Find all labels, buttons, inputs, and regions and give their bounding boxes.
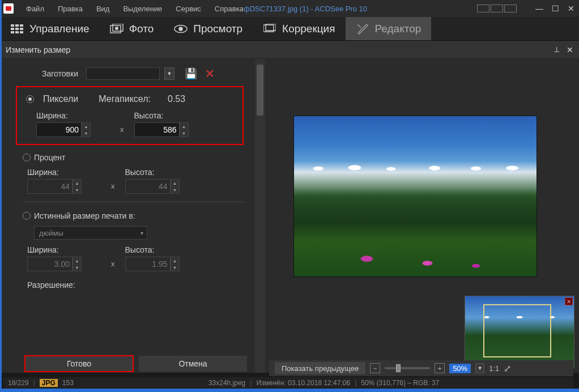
print-height-input xyxy=(125,257,171,271)
presets-dropdown-arrow[interactable]: ▼ xyxy=(164,67,174,80)
print-width-input xyxy=(27,257,73,271)
maximize-button[interactable]: ☐ xyxy=(551,5,560,12)
tab-label: Фото xyxy=(129,23,154,35)
svg-rect-6 xyxy=(11,31,14,33)
radio-percent[interactable] xyxy=(23,154,31,161)
cancel-button[interactable]: Отмена xyxy=(139,356,247,372)
tab-label: Коррекция xyxy=(282,23,335,35)
print-label: Истинный размер печати в: xyxy=(34,211,135,220)
resolution-label: Разрешение: xyxy=(27,280,244,289)
delete-preset-icon[interactable]: ✕ xyxy=(205,67,215,80)
close-panel-icon[interactable]: ✕ xyxy=(567,45,573,54)
print-height-spinner: ▲▼ xyxy=(171,257,180,271)
navigator-close-icon[interactable]: ✕ xyxy=(565,297,573,305)
panel-scrollbar[interactable] xyxy=(255,59,265,373)
zoom-percent[interactable]: 50% xyxy=(449,364,471,373)
print-unit-combo: дюймы xyxy=(34,226,147,240)
svg-point-13 xyxy=(179,27,183,31)
status-bar: 18/229 | JPG 153 33x24h.jpeg | Изменён: … xyxy=(3,377,573,389)
status-size: 153 xyxy=(62,379,74,387)
status-changed: Изменён: 03.10.2018 12:47:06 xyxy=(256,379,350,387)
megapixel-label: Мегапиксел: xyxy=(99,94,151,104)
tab-edit[interactable]: Редактор xyxy=(346,17,432,40)
status-counter: 18/229 xyxy=(8,379,29,387)
zoom-in-button[interactable]: + xyxy=(435,363,445,373)
menu-select[interactable]: Выделение xyxy=(116,5,169,13)
preview-image[interactable] xyxy=(293,116,537,277)
status-format: JPG xyxy=(40,379,58,387)
svg-rect-3 xyxy=(11,28,14,30)
pixels-label: Пиксели xyxy=(43,94,78,104)
print-height-label: Высота: xyxy=(125,245,199,254)
done-button[interactable]: Готово xyxy=(25,356,133,372)
radio-pixels[interactable] xyxy=(26,95,34,103)
zoom-out-button[interactable]: − xyxy=(370,363,380,373)
width-spinner[interactable]: ▲▼ xyxy=(82,122,91,137)
height-spinner[interactable]: ▲▼ xyxy=(180,122,189,137)
pin-icon[interactable]: ⊥ xyxy=(554,45,560,54)
print-width-label: Ширина: xyxy=(27,245,101,254)
percent-label: Процент xyxy=(34,153,65,162)
status-dims: 33x24h.jpeg xyxy=(208,379,245,387)
svg-rect-5 xyxy=(20,28,23,30)
svg-rect-2 xyxy=(20,24,23,27)
svg-rect-7 xyxy=(15,31,19,33)
menu-edit[interactable]: Правка xyxy=(51,5,90,13)
zoom-dropdown[interactable]: ▼ xyxy=(475,363,484,373)
brush-icon xyxy=(356,23,369,35)
pixels-height-input[interactable] xyxy=(134,122,180,137)
panel-header: Изменить размер ⊥ ✕ xyxy=(0,41,579,59)
show-previous-button[interactable]: Показать предыдущее xyxy=(275,362,365,374)
window-title: фDSC71337.jpg (1) - ACDSee Pro 10 xyxy=(244,5,367,13)
tab-view[interactable]: Просмотр xyxy=(164,17,253,40)
close-button[interactable]: ✕ xyxy=(567,5,576,12)
zoom-toolbar: Показать предыдущее − + 50% ▼ 1:1 ⤢ xyxy=(269,360,573,376)
svg-rect-0 xyxy=(11,24,14,27)
svg-point-11 xyxy=(115,27,118,30)
pixels-section-highlight: Пиксели Мегапиксел: 0.53 Ширина: ▲▼ x Вы xyxy=(16,86,244,145)
svg-rect-8 xyxy=(20,31,23,33)
grid-icon xyxy=(10,23,24,35)
minimize-button[interactable]: — xyxy=(535,5,544,12)
sliders-icon xyxy=(263,23,276,35)
pct-height-spinner: ▲▼ xyxy=(171,179,180,194)
pixels-width-input[interactable] xyxy=(36,122,82,137)
percent-height-input xyxy=(125,179,171,194)
photo-icon xyxy=(110,23,124,35)
titlebar: Файл Правка Вид Выделение Сервис Справка… xyxy=(0,0,579,17)
tab-develop[interactable]: Коррекция xyxy=(253,17,345,40)
layout-buttons[interactable] xyxy=(477,5,517,12)
menu-file[interactable]: Файл xyxy=(19,5,51,13)
fit-screen-icon[interactable]: ⤢ xyxy=(504,363,511,374)
tab-manage[interactable]: Управление xyxy=(0,17,100,40)
zoom-slider[interactable] xyxy=(385,367,430,369)
menu-service[interactable]: Сервис xyxy=(169,5,208,13)
tab-label: Просмотр xyxy=(193,23,242,35)
navigator-viewport[interactable] xyxy=(483,304,551,357)
menu-view[interactable]: Вид xyxy=(90,5,117,13)
percent-height-label: Высота: xyxy=(125,168,199,177)
percent-width-input xyxy=(27,179,73,194)
radio-print[interactable] xyxy=(23,212,31,220)
svg-rect-4 xyxy=(15,28,19,30)
app-icon xyxy=(3,3,14,14)
pixels-width-label: Ширина: xyxy=(36,111,110,120)
presets-combo[interactable] xyxy=(86,67,160,80)
save-preset-icon[interactable]: 💾 xyxy=(185,67,197,80)
tab-label: Управление xyxy=(29,23,90,35)
one-to-one-button[interactable]: 1:1 xyxy=(489,364,499,373)
megapixel-value: 0.53 xyxy=(168,94,185,104)
main-tabs: Управление Фото Просмотр Коррекция Редак… xyxy=(0,17,579,41)
pixels-height-label: Высота: xyxy=(134,111,208,120)
panel-title: Изменить размер xyxy=(6,45,70,54)
tab-label: Редактор xyxy=(375,23,422,35)
percent-width-label: Ширина: xyxy=(27,168,101,177)
tab-photo[interactable]: Фото xyxy=(100,17,164,40)
svg-rect-1 xyxy=(15,24,19,27)
print-width-spinner: ▲▼ xyxy=(73,257,82,271)
eye-icon xyxy=(174,23,188,35)
status-zoom-info: 50% (310,776) – RGB: 37 xyxy=(361,379,439,387)
pct-width-spinner: ▲▼ xyxy=(73,179,82,194)
presets-label: Заготовки xyxy=(16,69,78,78)
navigator-thumbnail[interactable]: ✕ xyxy=(465,296,574,368)
